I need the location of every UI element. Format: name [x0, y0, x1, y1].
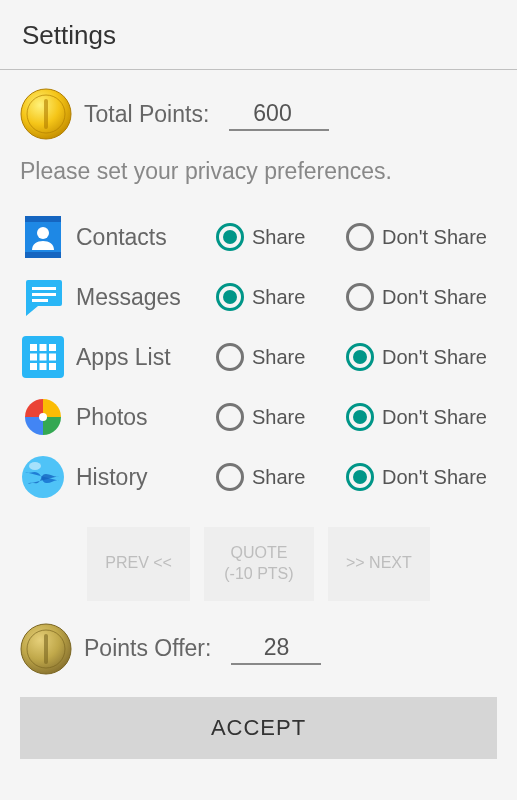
svg-point-22 [29, 462, 41, 470]
pref-row-apps: Apps List Share Don't Share [20, 327, 497, 387]
radio-label-dont: Don't Share [382, 406, 487, 429]
quote-button[interactable]: QUOTE (-10 PTS) [204, 527, 314, 601]
svg-rect-12 [40, 344, 47, 351]
svg-point-6 [37, 227, 49, 239]
instruction-text: Please set your privacy preferences. [20, 158, 497, 185]
svg-rect-5 [25, 252, 61, 258]
radio-label-share: Share [252, 406, 305, 429]
nav-button-row: PREV << QUOTE (-10 PTS) >> NEXT [20, 527, 497, 601]
page-title: Settings [0, 0, 517, 70]
pref-row-photos: Photos Share Don't Share [20, 387, 497, 447]
next-button[interactable]: >> NEXT [328, 527, 430, 601]
radio-history-dont[interactable] [346, 463, 374, 491]
svg-rect-25 [44, 634, 48, 664]
pref-label-history: History [76, 464, 206, 491]
radio-label-share: Share [252, 346, 305, 369]
total-points-value[interactable]: 600 [229, 98, 329, 131]
radio-photos-dont[interactable] [346, 403, 374, 431]
svg-rect-9 [32, 299, 48, 302]
coin-bronze-icon [20, 623, 72, 675]
svg-rect-15 [40, 354, 47, 361]
messages-icon [20, 274, 66, 320]
svg-point-20 [39, 413, 47, 421]
pref-row-history: History Share Don't Share [20, 447, 497, 507]
photos-icon [20, 394, 66, 440]
radio-messages-dont[interactable] [346, 283, 374, 311]
radio-history-share[interactable] [216, 463, 244, 491]
quote-button-line2: (-10 PTS) [224, 565, 293, 582]
svg-rect-16 [49, 354, 56, 361]
content: Total Points: 600 Please set your privac… [0, 70, 517, 777]
radio-label-dont: Don't Share [382, 346, 487, 369]
coin-gold-icon [20, 88, 72, 140]
radio-label-dont: Don't Share [382, 466, 487, 489]
pref-label-apps: Apps List [76, 344, 206, 371]
radio-contacts-dont[interactable] [346, 223, 374, 251]
svg-rect-4 [25, 216, 61, 222]
svg-rect-7 [32, 287, 56, 290]
radio-label-dont: Don't Share [382, 226, 487, 249]
svg-rect-17 [30, 363, 37, 370]
radio-label-share: Share [252, 286, 305, 309]
points-offer-label: Points Offer: [84, 635, 211, 662]
pref-label-messages: Messages [76, 284, 206, 311]
pref-label-contacts: Contacts [76, 224, 206, 251]
accept-button[interactable]: ACCEPT [20, 697, 497, 759]
svg-rect-18 [40, 363, 47, 370]
quote-button-line1: QUOTE [230, 544, 287, 561]
total-points-label: Total Points: [84, 101, 209, 128]
prev-button[interactable]: PREV << [87, 527, 190, 601]
radio-apps-dont[interactable] [346, 343, 374, 371]
svg-rect-2 [44, 99, 48, 129]
svg-rect-14 [30, 354, 37, 361]
radio-label-dont: Don't Share [382, 286, 487, 309]
total-points-row: Total Points: 600 [20, 88, 497, 140]
contacts-icon [20, 214, 66, 260]
radio-label-share: Share [252, 466, 305, 489]
apps-grid-icon [20, 334, 66, 380]
svg-rect-8 [32, 293, 56, 296]
globe-icon [20, 454, 66, 500]
pref-row-contacts: Contacts Share Don't Share [20, 207, 497, 267]
radio-apps-share[interactable] [216, 343, 244, 371]
radio-messages-share[interactable] [216, 283, 244, 311]
svg-rect-11 [30, 344, 37, 351]
radio-contacts-share[interactable] [216, 223, 244, 251]
svg-rect-13 [49, 344, 56, 351]
pref-row-messages: Messages Share Don't Share [20, 267, 497, 327]
points-offer-value[interactable]: 28 [231, 632, 321, 665]
pref-label-photos: Photos [76, 404, 206, 431]
radio-label-share: Share [252, 226, 305, 249]
points-offer-row: Points Offer: 28 [20, 623, 497, 675]
svg-rect-19 [49, 363, 56, 370]
radio-photos-share[interactable] [216, 403, 244, 431]
